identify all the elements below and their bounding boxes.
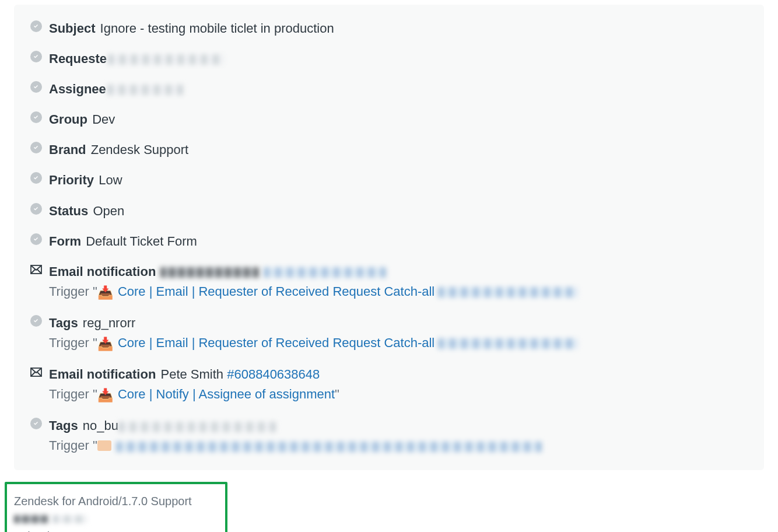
check-icon <box>30 315 42 327</box>
check-icon <box>30 203 42 215</box>
brand-row: Brand Zendesk Support <box>30 140 748 160</box>
subject-row: Subject Ignore - testing mobile ticlet i… <box>30 19 748 38</box>
group-row: Group Dev <box>30 110 748 130</box>
check-icon <box>30 142 42 153</box>
redacted-text <box>160 267 260 278</box>
inbox-emoji-icon: 📥 <box>97 386 113 405</box>
tags-row: Tags no_bu Trigger " <box>30 416 748 456</box>
group-label: Group <box>49 112 87 127</box>
form-row: Form Default Ticket Form <box>30 232 748 251</box>
check-icon <box>30 81 42 93</box>
requester-row: Requeste <box>30 49 748 69</box>
inbox-emoji-icon: 📥 <box>97 334 113 354</box>
requester-label: Requeste <box>49 51 107 66</box>
ticket-id-link[interactable]: #608840638648 <box>227 367 320 382</box>
trigger-prefix: Trigger " <box>49 284 97 299</box>
trigger-prefix: Trigger " <box>49 438 97 453</box>
subject-label: Subject <box>49 21 95 36</box>
redacted-text <box>118 422 276 432</box>
email-notification-row: Email notification Trigger "📥 Core | Ema… <box>30 262 748 303</box>
brand-value: Zendesk Support <box>91 142 189 157</box>
check-icon <box>30 20 42 32</box>
tags-value: reg_nrorr <box>83 316 135 330</box>
priority-value: Low <box>99 173 122 187</box>
redacted-text <box>438 287 578 298</box>
trigger-link[interactable]: 📥 Core | Notify | Assignee of assignment <box>97 387 335 401</box>
trigger-line: Trigger "📥 Core | Email | Requester of R… <box>49 282 748 303</box>
check-icon <box>30 233 42 245</box>
tags-label: Tags <box>49 418 78 433</box>
client-location-line: Ireland <box>14 527 218 533</box>
check-icon <box>30 51 42 62</box>
trigger-line: Trigger "📥 Core | Email | Requester of R… <box>49 333 748 354</box>
group-value: Dev <box>92 112 115 127</box>
form-label: Form <box>49 234 81 249</box>
priority-label: Priority <box>49 173 94 187</box>
inbox-emoji-icon: 📥 <box>97 283 113 303</box>
recipient-name: Pete Smith <box>160 367 223 382</box>
check-icon <box>30 111 42 123</box>
trigger-prefix: Trigger " <box>49 387 97 401</box>
assignee-row: Assignee <box>30 79 748 99</box>
form-value: Default Ticket Form <box>86 234 197 249</box>
tags-label: Tags <box>49 316 78 330</box>
redacted-text <box>264 267 386 278</box>
trigger-suffix: " <box>335 387 339 401</box>
trigger-link[interactable]: 📥 Core | Email | Requester of Received R… <box>97 284 434 299</box>
redacted-text <box>116 442 542 452</box>
tags-value-partial: no_bu <box>83 418 118 433</box>
check-icon <box>30 172 42 184</box>
email-notification-row: Email notification Pete Smith #608840638… <box>30 365 748 405</box>
status-value: Open <box>93 204 124 218</box>
brand-label: Brand <box>49 142 86 157</box>
tag-emoji-icon <box>97 440 111 451</box>
ticket-events-panel: Subject Ignore - testing mobile ticlet i… <box>14 5 764 470</box>
email-icon <box>30 366 42 378</box>
status-label: Status <box>49 204 88 218</box>
client-app-line: Zendesk for Android/1.7.0 Support <box>14 492 218 510</box>
redacted-text <box>107 85 183 95</box>
email-icon <box>30 264 42 275</box>
subject-value: Ignore - testing mobile ticlet in produc… <box>100 21 334 36</box>
redacted-text <box>108 54 225 65</box>
priority-row: Priority Low <box>30 170 748 190</box>
client-redacted-line <box>14 510 218 527</box>
tags-row: Tags reg_nrorr Trigger "📥 Core | Email |… <box>30 313 748 354</box>
email-notification-label: Email notification <box>49 367 156 382</box>
client-info-box: Zendesk for Android/1.7.0 Support Irelan… <box>5 482 227 533</box>
trigger-line: Trigger " <box>49 436 748 456</box>
email-notification-label: Email notification <box>49 264 156 279</box>
trigger-prefix: Trigger " <box>49 335 97 350</box>
assignee-label: Assignee <box>49 82 106 96</box>
trigger-link[interactable]: 📥 Core | Email | Requester of Received R… <box>97 335 434 350</box>
check-icon <box>30 418 42 429</box>
redacted-text <box>438 338 578 349</box>
trigger-line: Trigger "📥 Core | Notify | Assignee of a… <box>49 384 748 405</box>
status-row: Status Open <box>30 201 748 221</box>
